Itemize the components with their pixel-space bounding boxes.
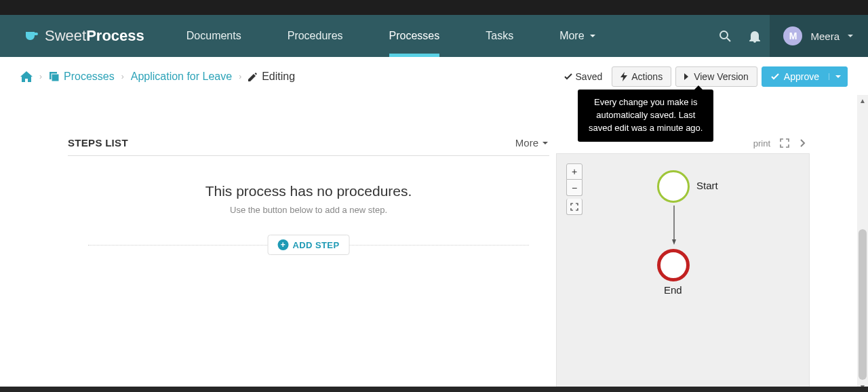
scroll-thumb[interactable]	[859, 229, 867, 380]
plus-circle-icon: +	[278, 239, 289, 250]
chevron-right-icon: ›	[239, 72, 241, 81]
toolbar-actions: Saved Actions View Version Approve Every…	[564, 66, 848, 87]
chevron-down-icon	[589, 32, 597, 40]
svg-rect-3	[52, 74, 59, 81]
scroll-up-arrow[interactable]: ▲	[857, 95, 868, 106]
nav-label: Procedures	[288, 30, 343, 42]
start-label: Start	[696, 180, 718, 191]
cup-icon	[24, 30, 39, 42]
search-icon[interactable]	[710, 15, 740, 57]
avatar-initial: M	[789, 31, 797, 41]
nav-documents[interactable]: Documents	[163, 15, 264, 57]
bolt-icon	[620, 72, 627, 81]
user-menu[interactable]: M Meera	[770, 15, 868, 57]
stack-icon	[49, 71, 60, 82]
canvas-wrap: print + − Start	[556, 133, 810, 392]
empty-state: This process has no procedures. Use the …	[68, 156, 549, 226]
steps-column: STEPS LIST More This process has no proc…	[0, 96, 549, 392]
brand-logo[interactable]: SweetProcess	[0, 27, 163, 45]
check-icon	[564, 72, 573, 81]
end-label: End	[664, 284, 682, 296]
zoom-out-button[interactable]: −	[566, 180, 583, 196]
nav-procedures[interactable]: Procedures	[264, 15, 366, 57]
zoom-in-button[interactable]: +	[566, 163, 583, 180]
vertical-scrollbar[interactable]: ▲ ▼	[857, 95, 868, 392]
steps-title: STEPS LIST	[68, 137, 128, 149]
home-icon[interactable]	[20, 71, 33, 82]
bell-icon[interactable]	[740, 15, 770, 57]
content-area: STEPS LIST More This process has no proc…	[0, 96, 868, 392]
end-node[interactable]: End	[657, 249, 690, 281]
fullscreen-button[interactable]	[566, 199, 583, 215]
steps-header: STEPS LIST More	[68, 137, 549, 156]
browser-chrome-bottom	[0, 387, 868, 392]
nav-items: Documents Procedures Processes Tasks Mor…	[163, 15, 620, 57]
caret-right-icon	[684, 73, 690, 80]
saved-indicator: Saved	[564, 71, 603, 82]
top-navigation: SweetProcess Documents Procedures Proces…	[0, 15, 868, 57]
approve-button[interactable]: Approve	[762, 66, 848, 87]
add-step-label: ADD STEP	[293, 240, 340, 250]
breadcrumb-bar: › Processes › Application for Leave › Ed…	[0, 57, 868, 96]
empty-title: This process has no procedures.	[68, 183, 549, 199]
nav-label: Tasks	[486, 30, 513, 42]
nav-right: M Meera	[710, 15, 868, 57]
saved-tooltip: Every change you make is automatically s…	[578, 90, 713, 142]
svg-point-0	[720, 31, 728, 39]
flow-canvas[interactable]: + − Start End	[556, 153, 810, 392]
add-step-divider: + ADD STEP	[88, 245, 529, 246]
start-node[interactable]: Start	[657, 170, 690, 203]
add-step-button[interactable]: + ADD STEP	[268, 235, 350, 255]
expand-icon[interactable]	[780, 138, 789, 148]
breadcrumb-application[interactable]: Application for Leave	[131, 71, 232, 83]
zoom-controls: + −	[566, 163, 583, 215]
avatar: M	[783, 26, 802, 45]
print-link[interactable]: print	[753, 138, 770, 149]
breadcrumb-editing: Editing	[262, 71, 295, 83]
brand-bold: Process	[86, 27, 144, 45]
pencil-icon	[248, 72, 258, 81]
view-version-button[interactable]: View Version	[675, 66, 757, 87]
check-icon	[770, 72, 780, 81]
end-circle	[657, 249, 690, 281]
user-name: Meera	[810, 31, 840, 42]
nav-label: More	[559, 30, 584, 42]
breadcrumb-processes[interactable]: Processes	[64, 71, 115, 83]
actions-button[interactable]: Actions	[612, 66, 671, 87]
saved-label: Saved	[576, 71, 603, 82]
chevron-right-icon[interactable]	[799, 138, 806, 148]
start-circle	[657, 170, 690, 203]
btn-label: Approve	[784, 71, 819, 82]
nav-more[interactable]: More	[536, 15, 619, 57]
steps-more-menu[interactable]: More	[515, 137, 549, 149]
chevron-down-icon	[846, 32, 854, 40]
flow-arrow	[672, 205, 676, 246]
nav-tasks[interactable]: Tasks	[462, 15, 536, 57]
nav-label: Processes	[389, 30, 440, 42]
more-label: More	[515, 137, 538, 149]
empty-subtitle: Use the button below to add a new step.	[68, 205, 549, 215]
svg-line-1	[727, 38, 730, 41]
btn-label: Actions	[631, 71, 663, 82]
brand-thin: Sweet	[45, 27, 86, 45]
btn-label: View Version	[694, 71, 749, 82]
nav-label: Documents	[186, 30, 241, 42]
chevron-right-icon: ›	[121, 72, 124, 81]
chevron-right-icon: ›	[39, 72, 42, 81]
browser-chrome-top	[0, 0, 868, 15]
approve-dropdown[interactable]	[829, 73, 842, 80]
chevron-down-icon	[541, 139, 549, 147]
nav-processes[interactable]: Processes	[366, 15, 463, 57]
